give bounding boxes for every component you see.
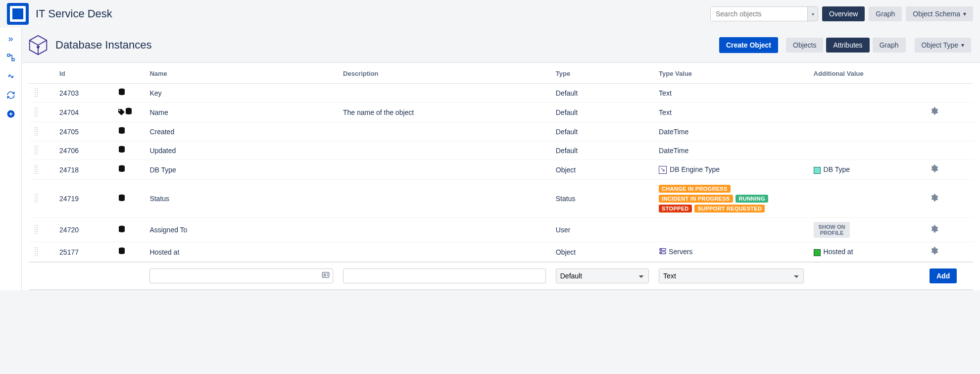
settings-gear-icon[interactable] xyxy=(930,247,938,257)
drag-handle-icon[interactable]: ⠿⠿ xyxy=(34,166,44,174)
cell-type: Default xyxy=(551,122,654,141)
drag-handle-icon[interactable]: ⠿⠿ xyxy=(34,248,44,256)
drag-handle-icon[interactable]: ⠿⠿ xyxy=(34,195,44,203)
overview-button[interactable]: Overview xyxy=(822,6,865,21)
add-icon[interactable] xyxy=(6,109,16,119)
chevron-down-icon: ▾ xyxy=(963,10,966,17)
database-icon xyxy=(117,164,126,173)
col-header-name: Name xyxy=(145,63,338,84)
cell-description xyxy=(338,122,551,141)
database-icon xyxy=(117,247,126,256)
expand-rail-icon[interactable]: » xyxy=(6,34,16,44)
page-title: Database Instances xyxy=(55,39,151,52)
col-header-additional-value: Additional Value xyxy=(809,63,925,84)
cell-type: Status xyxy=(551,180,654,218)
cell-name: Assigned To xyxy=(145,218,338,242)
type-value-text: DateTime xyxy=(659,147,688,155)
drag-handle-icon[interactable]: ⠿⠿ xyxy=(34,89,44,97)
top-bar: IT Service Desk ▾ Overview Graph Object … xyxy=(0,0,980,28)
tab-attributes[interactable]: Attributes xyxy=(826,38,869,53)
table-row: ⠿⠿24703KeyDefaultText xyxy=(29,84,973,103)
object-schema-dropdown[interactable]: Object Schema▾ xyxy=(906,6,973,21)
new-attr-type-select[interactable]: Default xyxy=(556,268,649,283)
search-objects-combo[interactable]: ▾ xyxy=(710,6,818,21)
tab-objects[interactable]: Objects xyxy=(786,38,823,53)
cell-id: 24706 xyxy=(54,141,112,160)
database-icon xyxy=(124,107,133,116)
page-subheader: Database Instances Create Object Objects… xyxy=(22,28,980,63)
cell-additional-value xyxy=(809,122,925,141)
cell-type: Default xyxy=(551,103,654,122)
cell-type: Default xyxy=(551,84,654,103)
table-row: ⠿⠿24706UpdatedDefaultDateTime xyxy=(29,141,973,160)
cell-id: 24703 xyxy=(54,84,112,103)
object-type-cube-icon xyxy=(26,33,50,57)
object-ref-icon xyxy=(659,166,667,174)
svg-rect-1 xyxy=(12,58,14,61)
settings-gear-icon[interactable] xyxy=(930,225,938,235)
drag-handle-icon[interactable]: ⠿⠿ xyxy=(34,128,44,136)
cell-id: 24704 xyxy=(54,103,112,122)
cell-id: 24719 xyxy=(54,180,112,218)
cell-name: Created xyxy=(145,122,338,141)
search-dropdown-toggle[interactable]: ▾ xyxy=(807,7,818,21)
table-row: ⠿⠿24719StatusStatusCHANGE IN PROGRESS IN… xyxy=(29,180,973,218)
drag-handle-icon[interactable]: ⠿⠿ xyxy=(34,226,44,234)
status-badge: SUPPORT REQUESTED xyxy=(694,205,765,213)
create-object-button[interactable]: Create Object xyxy=(719,37,778,53)
cell-description xyxy=(338,160,551,180)
cell-name: Updated xyxy=(145,141,338,160)
type-value-text: DateTime xyxy=(659,128,688,136)
cell-name: Hosted at xyxy=(145,242,338,263)
type-value-text: Text xyxy=(659,108,672,116)
svg-point-14 xyxy=(661,249,661,250)
attributes-table: Id Name Description Type Type Value Addi… xyxy=(29,63,973,290)
database-icon xyxy=(117,194,126,203)
cell-additional-value xyxy=(809,84,925,103)
cell-additional-value: SHOW ONPROFILE xyxy=(809,218,925,242)
table-row: ⠿⠿24704NameThe name of the objectDefault… xyxy=(29,103,973,122)
collapse-icon[interactable] xyxy=(6,71,16,81)
cell-type-value: DateTime xyxy=(654,141,809,160)
new-attr-type-value-select[interactable]: Text xyxy=(659,268,804,283)
drag-handle-icon[interactable]: ⠿⠿ xyxy=(34,147,44,155)
tree-icon[interactable] xyxy=(6,53,16,62)
col-header-id: Id xyxy=(54,63,112,84)
cell-description xyxy=(338,180,551,218)
cell-type-value: Servers xyxy=(654,242,809,263)
database-icon xyxy=(117,145,126,154)
status-badge: STOPPED xyxy=(659,205,691,213)
settings-gear-icon[interactable] xyxy=(930,107,938,117)
cell-description xyxy=(338,84,551,103)
tab-graph[interactable]: Graph xyxy=(873,38,906,53)
show-on-profile-pill[interactable]: SHOW ONPROFILE xyxy=(814,222,850,238)
table-row: ⠿⠿25177Hosted atObjectServersHosted at xyxy=(29,242,973,263)
table-row: ⠿⠿24718DB TypeObjectDB Engine TypeDB Typ… xyxy=(29,160,973,180)
id-card-icon[interactable] xyxy=(321,270,330,281)
cell-type: Object xyxy=(551,160,654,180)
cell-description xyxy=(338,141,551,160)
new-attr-description-input[interactable] xyxy=(343,268,546,283)
search-input[interactable] xyxy=(711,7,807,21)
new-attr-name-input[interactable] xyxy=(149,268,333,283)
status-badge: CHANGE IN PROGRESS xyxy=(659,185,731,193)
add-attribute-button[interactable]: Add xyxy=(930,268,957,283)
cell-type: Default xyxy=(551,141,654,160)
servers-icon xyxy=(659,248,667,257)
cell-id: 24718 xyxy=(54,160,112,180)
cell-name: Key xyxy=(145,84,338,103)
cell-additional-value xyxy=(809,103,925,122)
svg-point-17 xyxy=(324,274,325,275)
cell-description xyxy=(338,218,551,242)
svg-rect-0 xyxy=(7,54,10,56)
graph-button[interactable]: Graph xyxy=(869,6,902,21)
settings-gear-icon[interactable] xyxy=(930,165,938,175)
settings-gear-icon[interactable] xyxy=(930,194,938,204)
new-attribute-row: DefaultTextAdd xyxy=(29,262,973,290)
type-value-text: Text xyxy=(659,89,672,97)
drag-handle-icon[interactable]: ⠿⠿ xyxy=(34,108,44,116)
cell-name: DB Type xyxy=(145,160,338,180)
cell-type-value xyxy=(654,218,809,242)
sync-icon[interactable] xyxy=(6,90,16,100)
object-type-dropdown[interactable]: Object Type▾ xyxy=(915,38,971,53)
